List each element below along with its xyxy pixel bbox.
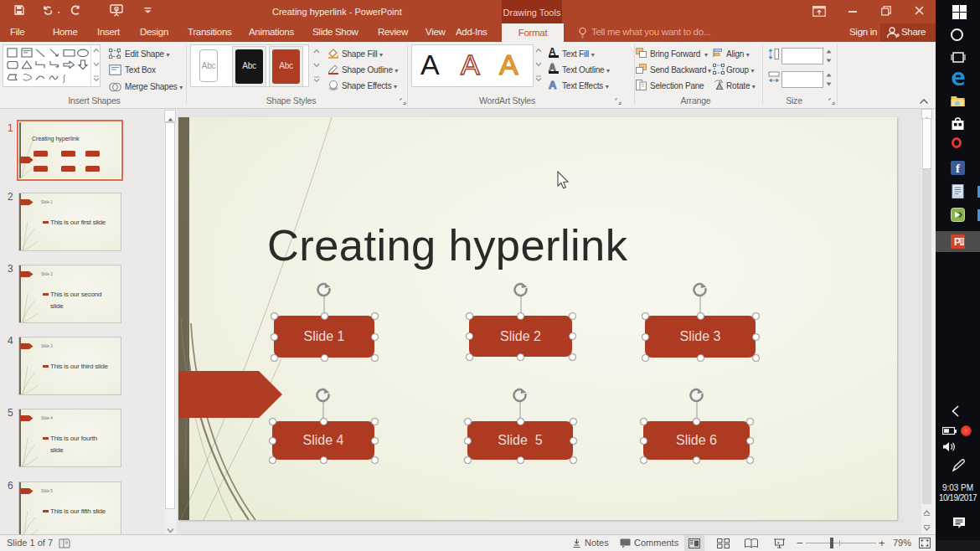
svg-text:P: P: [954, 236, 961, 248]
